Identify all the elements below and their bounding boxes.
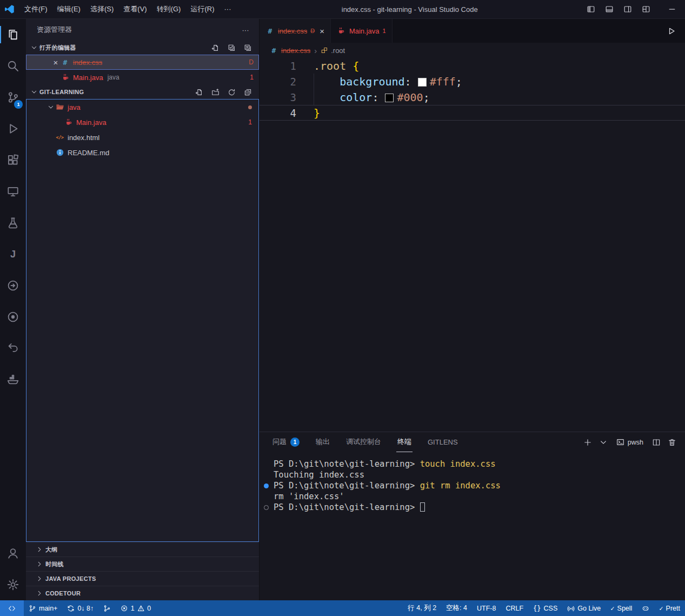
activity-tour-back[interactable] bbox=[0, 333, 26, 364]
run-button[interactable] bbox=[663, 24, 679, 38]
files-icon bbox=[6, 28, 19, 41]
close-all-editors-button[interactable] bbox=[242, 42, 254, 54]
explorer-sidebar: 资源管理器 ··· 打开的编辑器 ×#index.cssD×Main.javaj… bbox=[26, 19, 260, 600]
menu-item-0[interactable]: 文件(F) bbox=[19, 2, 52, 16]
new-folder-button[interactable] bbox=[209, 86, 221, 98]
status-encoding[interactable]: UTF-8 bbox=[472, 600, 501, 616]
save-all-button[interactable] bbox=[225, 42, 237, 54]
panel-tabs: 问题1输出调试控制台终端GITLENS bbox=[271, 432, 459, 452]
trash-icon bbox=[668, 438, 676, 447]
copilot-icon bbox=[642, 605, 649, 612]
editor-tab-1[interactable]: Main.java1 bbox=[331, 19, 393, 43]
run-debug-icon bbox=[6, 122, 19, 135]
status-commit-graph[interactable] bbox=[98, 600, 116, 616]
activity-settings[interactable] bbox=[0, 569, 26, 600]
open-editor-item[interactable]: ×Main.javajava1 bbox=[26, 70, 259, 85]
status-remote[interactable] bbox=[0, 600, 24, 616]
minimize-button[interactable] bbox=[664, 2, 680, 16]
terminal[interactable]: PS D:\git\note\git-learning> touch index… bbox=[260, 452, 685, 600]
toggle-panel-button[interactable] bbox=[602, 2, 617, 16]
tree-file-item[interactable]: Main.java1 bbox=[26, 115, 258, 130]
activity-gradle[interactable] bbox=[0, 270, 26, 301]
status-prettier[interactable]: ✓Prett bbox=[654, 600, 685, 616]
remote-explorer-icon bbox=[6, 185, 19, 198]
command-decoration[interactable] bbox=[264, 483, 269, 488]
open-editors-label: 打开的编辑器 bbox=[39, 44, 76, 52]
activity-codetour[interactable] bbox=[0, 301, 26, 333]
refresh-explorer-button[interactable] bbox=[225, 86, 237, 98]
tree-file-item[interactable]: </>index.html bbox=[26, 130, 258, 145]
activity-remote-explorer[interactable] bbox=[0, 176, 26, 207]
activity-source-control[interactable]: 1 bbox=[0, 82, 26, 113]
menu-item-2[interactable]: 选择(S) bbox=[85, 2, 118, 16]
open-editors-header[interactable]: 打开的编辑器 bbox=[26, 41, 259, 55]
terminal-line: PS D:\git\note\git-learning> bbox=[274, 502, 685, 513]
status-problems[interactable]: 10 bbox=[116, 600, 156, 616]
new-file-button[interactable] bbox=[193, 86, 205, 98]
panel-tab-0[interactable]: 问题1 bbox=[271, 432, 301, 452]
panel-tab-1[interactable]: 输出 bbox=[315, 432, 331, 452]
sidebar-section-3[interactable]: CODETOUR bbox=[26, 586, 259, 600]
kill-terminal-button[interactable] bbox=[666, 436, 679, 449]
java-file-icon bbox=[64, 118, 73, 127]
status-sync[interactable]: 0↓ 8↑ bbox=[62, 600, 98, 616]
warning-icon bbox=[137, 605, 145, 612]
status-copilot[interactable] bbox=[637, 600, 654, 616]
activity-testing[interactable] bbox=[0, 207, 26, 239]
code-line: 2 background: #fff; bbox=[260, 74, 685, 89]
panel-actions: pwsh bbox=[581, 436, 679, 449]
editor-tab-0[interactable]: #index.cssD× bbox=[260, 19, 331, 43]
terminal-text: git rm index.css bbox=[420, 481, 501, 491]
explorer-tree[interactable]: javaMain.java1</>index.htmlREADME.md bbox=[26, 99, 259, 542]
panel-tab-3[interactable]: 终端 bbox=[396, 432, 413, 452]
status-branch[interactable]: main+ bbox=[24, 600, 62, 616]
activity-extensions[interactable] bbox=[0, 144, 26, 176]
extensions-icon bbox=[6, 154, 19, 167]
toggle-primary-sidebar-button[interactable] bbox=[583, 2, 598, 16]
terminal-text: Touching index.css bbox=[274, 470, 364, 480]
collapse-folders-button[interactable] bbox=[242, 86, 254, 98]
breadcrumb-symbol[interactable]: .root bbox=[321, 47, 345, 55]
open-editor-item[interactable]: ×#index.cssD bbox=[26, 55, 259, 70]
new-untitled-file-button[interactable] bbox=[209, 42, 221, 54]
menu-item-4[interactable]: 转到(G) bbox=[152, 2, 186, 16]
menu-item-5[interactable]: 运行(R) bbox=[185, 2, 219, 16]
launch-profile-button[interactable] bbox=[597, 436, 610, 449]
menu-item-1[interactable]: 编辑(E) bbox=[52, 2, 85, 16]
panel-tab-4[interactable]: GITLENS bbox=[427, 432, 459, 452]
status-spell-checker[interactable]: ✓Spell bbox=[606, 600, 637, 616]
terminal-instance[interactable]: pwsh bbox=[613, 438, 647, 446]
sidebar-section-2[interactable]: JAVA PROJECTS bbox=[26, 571, 259, 586]
status-cursor-position[interactable]: 行 4, 列 2 bbox=[403, 600, 441, 616]
tab-label: Main.java bbox=[349, 27, 380, 35]
breadcrumb-file[interactable]: #index.css bbox=[269, 47, 310, 55]
command-decoration[interactable] bbox=[264, 505, 269, 510]
sidebar-section-1[interactable]: 时间线 bbox=[26, 557, 259, 571]
status-indentation[interactable]: 空格: 4 bbox=[441, 600, 472, 616]
editor-code-area[interactable]: 1.root {2 background: #fff;3 color: #000… bbox=[260, 58, 685, 432]
sidebar-section-0[interactable]: 大纲 bbox=[26, 542, 259, 557]
close-icon[interactable]: × bbox=[51, 58, 61, 67]
activity-docker[interactable] bbox=[0, 364, 26, 395]
tree-folder-item[interactable]: java bbox=[26, 100, 258, 115]
menu-more-button[interactable]: ··· bbox=[219, 2, 236, 16]
toggle-secondary-sidebar-button[interactable] bbox=[620, 2, 635, 16]
status-go-live[interactable]: Go Live bbox=[562, 600, 606, 616]
more-actions-icon[interactable]: ··· bbox=[240, 24, 251, 36]
close-icon[interactable]: × bbox=[320, 27, 324, 36]
status-language-mode[interactable]: {}CSS bbox=[528, 600, 562, 616]
tree-file-item[interactable]: README.md bbox=[26, 145, 258, 160]
panel-tab-2[interactable]: 调试控制台 bbox=[345, 432, 382, 452]
new-terminal-button[interactable] bbox=[581, 436, 594, 449]
activity-search[interactable] bbox=[0, 50, 26, 82]
activity-explorer[interactable] bbox=[0, 19, 26, 50]
tab-badge: 1 bbox=[383, 28, 386, 34]
customize-layout-button[interactable] bbox=[639, 2, 654, 16]
activity-accounts[interactable] bbox=[0, 538, 26, 569]
activity-run-and-debug[interactable] bbox=[0, 113, 26, 144]
project-header[interactable]: GIT-LEARNING bbox=[26, 85, 259, 99]
split-terminal-button[interactable] bbox=[650, 436, 663, 449]
menu-item-3[interactable]: 查看(V) bbox=[118, 2, 151, 16]
activity-java[interactable]: J bbox=[0, 239, 26, 270]
status-eol[interactable]: CRLF bbox=[501, 600, 528, 616]
